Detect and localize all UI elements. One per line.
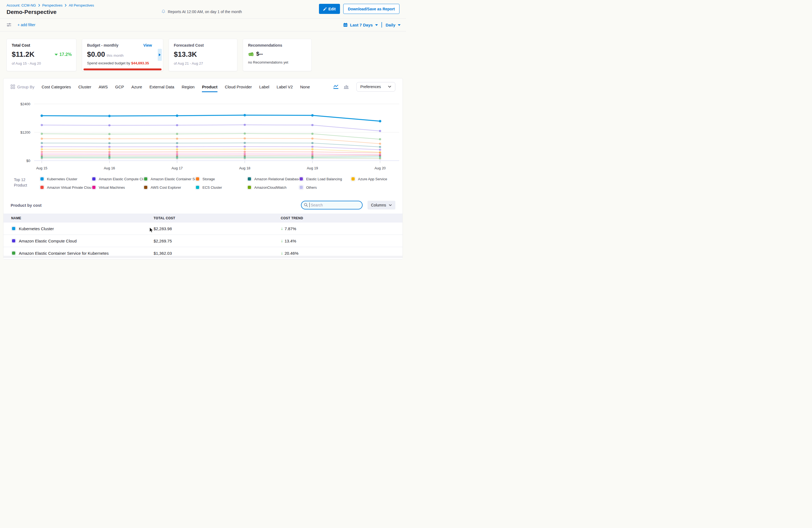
groupby-tab-label[interactable]: Label xyxy=(259,85,269,89)
legend-item[interactable]: Amazon Relational Database ... xyxy=(247,176,299,181)
download-save-report-button[interactable]: Download/Save as Report xyxy=(343,4,400,14)
chevron-down-icon xyxy=(388,86,391,88)
product-name-link[interactable]: Amazon Elastic Container Service for Kub… xyxy=(19,251,108,255)
chart-controls: Preferences xyxy=(333,82,395,92)
preferences-button[interactable]: Preferences xyxy=(356,82,395,92)
legend-item[interactable]: Kubernetes Cluster xyxy=(40,176,91,181)
svg-text:Aug 17: Aug 17 xyxy=(171,166,183,170)
groupby-tab-azure[interactable]: Azure xyxy=(131,85,142,89)
header-actions: Edit Download/Save as Report xyxy=(319,4,400,14)
legend-item[interactable]: Amazon Elastic Compute Clo... xyxy=(91,176,143,181)
cell-total-cost: $2,283.98 xyxy=(154,226,281,231)
groupby-tab-none[interactable]: None xyxy=(300,85,310,89)
product-name-link[interactable]: Amazon Elastic Compute Cloud xyxy=(19,239,77,243)
search-input[interactable] xyxy=(301,201,363,209)
cell-name: Amazon Elastic Container Service for Kub… xyxy=(11,251,154,255)
cost-trend-chart[interactable]: $0$1200$2400Aug 15Aug 16Aug 17Aug 18Aug … xyxy=(3,101,403,174)
cell-name: Kubernetes Cluster xyxy=(11,226,154,231)
legend-item[interactable]: ECS Cluster xyxy=(195,185,247,190)
filter-bar: + add filter Last 7 Days Daily xyxy=(0,18,406,31)
legend-item[interactable]: Others xyxy=(299,185,351,190)
breadcrumb-link[interactable]: All Perspectives xyxy=(69,3,94,8)
legend-title: Top 12 Product xyxy=(14,176,40,190)
groupby-tab-product[interactable]: Product xyxy=(202,85,217,89)
panel-bottom-strip xyxy=(3,256,403,258)
columns-button[interactable]: Columns xyxy=(367,201,395,209)
recommendations-value-line: $-- xyxy=(248,51,306,57)
table-body: Kubernetes Cluster$2,283.98↓7.87%Amazon … xyxy=(3,222,403,259)
series-color-swatch xyxy=(91,185,96,190)
table-header-row: NAME TOTAL COST COST TREND xyxy=(3,214,403,222)
page-header: Account: CCM-NGPerspectivesAll Perspecti… xyxy=(0,0,406,18)
perspective-panel: Group By Cost CategoriesClusterAWSGCPAzu… xyxy=(3,78,403,258)
carousel-next-button[interactable] xyxy=(158,49,162,61)
legend-label: Virtual Machines xyxy=(99,186,125,190)
line-chart-toggle[interactable] xyxy=(333,84,339,89)
search-box xyxy=(301,201,363,209)
svg-text:$2400: $2400 xyxy=(20,102,30,106)
cell-total-cost: $1,362.03 xyxy=(154,251,281,255)
groupby-tab-external-data[interactable]: External Data xyxy=(149,85,174,89)
trend-value: 20.46% xyxy=(285,251,299,255)
legend-item[interactable]: AWS Cost Explorer xyxy=(143,185,195,190)
legend-label: AmazonCloudWatch xyxy=(254,186,287,190)
legend-label: Others xyxy=(306,186,317,190)
column-header-name[interactable]: NAME xyxy=(11,216,154,220)
add-filter-button[interactable]: + add filter xyxy=(17,23,35,27)
breadcrumb-link[interactable]: Perspectives xyxy=(42,3,62,8)
column-header-cost-trend[interactable]: COST TREND xyxy=(281,216,395,220)
date-range-dropdown[interactable]: Last 7 Days xyxy=(350,23,373,27)
card-period: of Aug 15 - Aug 20 xyxy=(12,61,71,65)
group-by-label: Group By xyxy=(11,85,34,89)
series-color-swatch xyxy=(143,176,148,181)
bar-chart-toggle[interactable] xyxy=(343,84,349,89)
groupby-tab-cluster[interactable]: Cluster xyxy=(78,85,91,89)
dropdown-caret-icon[interactable] xyxy=(398,24,401,26)
cell-cost-trend: ↓13.4% xyxy=(281,238,395,243)
series-color-swatch xyxy=(40,185,44,190)
series-color-swatch xyxy=(11,226,16,231)
sliders-icon[interactable] xyxy=(6,23,12,27)
card-period: of Aug 21 - Aug 27 xyxy=(174,61,232,65)
budget-view-link[interactable]: View xyxy=(143,43,152,47)
column-header-total-cost[interactable]: TOTAL COST xyxy=(154,216,281,220)
trend-value: 13.4% xyxy=(285,239,296,243)
edit-icon xyxy=(323,8,327,11)
groupby-tab-cost-categories[interactable]: Cost Categories xyxy=(42,85,71,89)
budget-value-suffix: this month xyxy=(107,54,124,58)
legend-item[interactable]: Storage xyxy=(195,176,247,181)
trend-down-arrow-icon: ↓ xyxy=(281,226,283,231)
budget-progress-bar xyxy=(84,69,161,70)
groupby-tab-region[interactable]: Region xyxy=(182,85,195,89)
edit-button[interactable]: Edit xyxy=(319,4,340,14)
table-row[interactable]: Kubernetes Cluster$2,283.98↓7.87% xyxy=(3,222,403,235)
budget-exceeded-amount: $44,693.35 xyxy=(131,61,149,65)
trend-value: 7.87% xyxy=(285,226,296,231)
series-color-swatch xyxy=(11,238,16,243)
legend-label: Azure App Service xyxy=(358,177,387,181)
granularity-dropdown[interactable]: Daily xyxy=(386,23,395,27)
grid-icon xyxy=(11,85,15,89)
dropdown-caret-icon[interactable] xyxy=(375,24,378,26)
groupby-tab-cloud-provider[interactable]: Cloud Provider xyxy=(225,85,252,89)
breadcrumb-link[interactable]: Account: CCM-NG xyxy=(6,3,36,8)
product-name-link[interactable]: Kubernetes Cluster xyxy=(19,226,54,231)
forecasted-cost-value: $13.3K xyxy=(174,50,232,59)
table-row[interactable]: Amazon Elastic Compute Cloud$2,269.75↓13… xyxy=(3,235,403,247)
table-toolbar: Product by cost Columns xyxy=(3,201,403,209)
preferences-label: Preferences xyxy=(360,85,381,89)
columns-label: Columns xyxy=(371,203,386,207)
svg-text:Aug 19: Aug 19 xyxy=(307,166,318,170)
groupby-tab-gcp[interactable]: GCP xyxy=(115,85,124,89)
legend-item[interactable]: Elastic Load Balancing xyxy=(299,176,351,181)
legend-item[interactable]: AmazonCloudWatch xyxy=(247,185,299,190)
groupby-tab-aws[interactable]: AWS xyxy=(99,85,108,89)
legend-label: ECS Cluster xyxy=(202,186,222,190)
legend-item[interactable]: Amazon Virtual Private Cloud xyxy=(40,185,91,190)
legend-item[interactable]: Virtual Machines xyxy=(91,185,143,190)
groupby-tab-label-v2[interactable]: Label V2 xyxy=(277,85,293,89)
line-chart-icon xyxy=(333,84,339,89)
cell-total-cost: $2,269.75 xyxy=(154,239,281,243)
legend-item[interactable]: Amazon Elastic Container Se... xyxy=(143,176,195,181)
legend-item[interactable]: Azure App Service xyxy=(351,176,403,181)
